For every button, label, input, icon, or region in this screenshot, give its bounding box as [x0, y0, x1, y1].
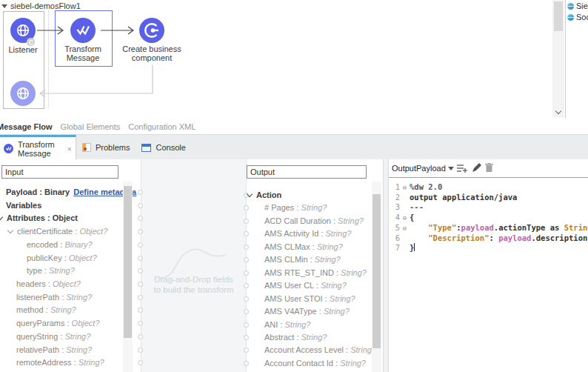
tree-row[interactable]: Variables — [6, 201, 41, 211]
tree-row[interactable]: listenerPath : String? — [16, 293, 92, 303]
chevron-down-icon[interactable] — [247, 191, 253, 197]
tree-row[interactable]: AMS User CL : String? — [264, 281, 347, 291]
mapping-anchor-dot[interactable] — [244, 296, 249, 302]
code-line[interactable]: 5⊖ "Type":payload.actionType as String, — [389, 223, 588, 233]
tree-row[interactable]: ANI : String? — [264, 320, 310, 331]
flow-canvas[interactable]: siebel-demosFlow1 Listener — [0, 0, 552, 119]
tree-row[interactable]: Attributes : Object — [0, 213, 78, 224]
tree-row[interactable]: encoded : Binary? — [27, 240, 93, 250]
chevron-down-icon[interactable] — [0, 214, 3, 220]
tree-row[interactable]: AMS V4AType : String? — [264, 307, 350, 317]
mapping-anchor-dot[interactable] — [244, 257, 249, 262]
mapping-anchor-dot[interactable] — [244, 245, 249, 250]
palette-item-socket[interactable]: Sock — [567, 13, 588, 21]
code-line[interactable]: 4⊖{ — [389, 213, 588, 223]
code-line[interactable]: 7} — [389, 243, 588, 253]
mapping-anchor-dot[interactable] — [138, 360, 143, 365]
mapping-anchor-dot[interactable] — [244, 322, 249, 328]
mapping-anchor-dot[interactable] — [244, 205, 249, 210]
tree-row[interactable]: type : String? — [27, 266, 75, 276]
input-scrollbar-thumb[interactable] — [124, 186, 132, 338]
mapping-anchor-dot[interactable] — [244, 361, 249, 366]
tab-label: Problems — [96, 143, 130, 152]
payload-tab[interactable]: Payload — [416, 164, 446, 173]
delete-trash-icon[interactable] — [485, 163, 493, 173]
tab-console[interactable]: Console — [136, 135, 191, 160]
scroll-down-icon[interactable] — [555, 108, 561, 114]
tree-row[interactable]: Account Contact Id : String? — [264, 359, 366, 369]
tree-row[interactable]: remoteAddress : String? — [16, 358, 104, 368]
mapping-anchor-dot[interactable] — [244, 283, 249, 288]
tree-row[interactable]: queryString : String? — [16, 332, 90, 342]
mapping-anchor-dot[interactable] — [138, 308, 143, 313]
node-create-business-component[interactable] — [139, 18, 164, 43]
output-tab[interactable]: Output — [392, 164, 416, 173]
output-scrollbar-thumb[interactable] — [372, 194, 381, 348]
fold-collapse-icon[interactable]: ⊖ — [400, 183, 410, 193]
chevron-down-icon[interactable] — [448, 167, 454, 170]
mapping-anchor-dot[interactable] — [138, 216, 143, 221]
tab-transform-message[interactable]: Transform Message × — [0, 135, 76, 160]
mapping-anchor-dot[interactable] — [244, 231, 249, 236]
mapping-anchor-dot[interactable] — [138, 321, 143, 326]
tree-row[interactable]: AMS User STOI : String? — [264, 294, 355, 305]
tree-row[interactable]: queryParams : Object? — [16, 319, 100, 329]
mapping-anchor-dot[interactable] — [244, 270, 249, 276]
mapping-anchor-dot[interactable] — [138, 203, 143, 208]
palette-item-siebel[interactable]: Sieb — [567, 1, 588, 10]
panel-sash[interactable] — [383, 159, 389, 372]
mapping-anchor-dot[interactable] — [244, 335, 249, 340]
tree-row[interactable]: method : String? — [16, 305, 76, 316]
tree-row[interactable]: AMS CLMin : String? — [264, 255, 341, 265]
code-line[interactable]: 1⊖%dw 2.0 — [389, 182, 588, 193]
tree-row[interactable]: # Pages : String? — [264, 203, 327, 213]
edit-pencil-icon[interactable] — [472, 163, 481, 173]
mapping-anchor-dot[interactable] — [138, 242, 143, 248]
mapping-anchor-dot[interactable] — [138, 229, 143, 234]
mapping-anchor-dot[interactable] — [138, 295, 143, 300]
tab-problems[interactable]: Problems — [76, 135, 136, 160]
mapping-anchor-dot[interactable] — [138, 348, 143, 353]
close-icon[interactable]: × — [67, 145, 72, 153]
tree-row[interactable]: publicKey : Object? — [27, 253, 97, 264]
tab-message-flow[interactable]: Message Flow — [0, 122, 53, 131]
mapping-anchor-dot[interactable] — [138, 256, 143, 261]
mapping-anchor-dot[interactable] — [244, 348, 249, 353]
tree-row[interactable]: clientCertificate : Object? — [8, 227, 107, 237]
dataweave-code-area[interactable]: 1⊖%dw 2.02output application/java3---4⊖{… — [389, 178, 588, 372]
tab-configuration-xml[interactable]: Configuration XML — [128, 122, 196, 131]
tree-row[interactable]: Action — [247, 190, 281, 201]
canvas-scrollbar[interactable] — [552, 0, 564, 117]
node-transform-message[interactable] — [70, 18, 96, 43]
node-listener-response[interactable] — [10, 81, 36, 106]
mapping-anchor-dot[interactable] — [138, 334, 143, 339]
output-tree-scrollbar[interactable] — [372, 182, 381, 372]
code-line[interactable]: 2output application/java — [389, 193, 588, 202]
tree-row[interactable]: AMS CLMax : String? — [264, 242, 343, 253]
fold-collapse-icon[interactable]: ⊖ — [400, 213, 410, 223]
tree-row[interactable]: ACD Call Duration : String? — [264, 216, 364, 227]
code-line[interactable]: 3--- — [389, 202, 588, 212]
mapping-anchor-dot[interactable] — [138, 282, 143, 287]
tab-global-elements[interactable]: Global Elements — [61, 122, 121, 131]
mapping-anchor-dot[interactable] — [244, 219, 249, 224]
tree-row[interactable]: headers : Object? — [16, 279, 81, 290]
mapping-anchor-dot[interactable] — [138, 268, 143, 273]
tree-row[interactable]: relativePath : String? — [16, 345, 92, 356]
canvas-scrollbar-thumb[interactable] — [554, 1, 563, 31]
tree-row[interactable]: AMS Activity Id : String? — [264, 229, 351, 239]
field-type: String? — [317, 242, 343, 251]
mapping-anchor-dot[interactable] — [244, 309, 249, 314]
code-line[interactable]: 6 "Description": payload.description as … — [389, 233, 588, 243]
add-transformation-icon[interactable] — [457, 164, 467, 173]
chevron-down-icon[interactable] — [7, 227, 13, 233]
input-search-field[interactable] — [1, 165, 118, 179]
input-tree-scrollbar[interactable] — [123, 182, 133, 372]
fold-collapse-icon[interactable]: ⊖ — [400, 224, 410, 233]
tree-row[interactable]: Payload : BinaryDefine metadata — [6, 187, 136, 198]
output-search-field[interactable] — [247, 165, 367, 179]
tree-row[interactable]: AMS RTE_ST_IND : String? — [264, 268, 367, 279]
tree-row[interactable]: Abstract : String? — [264, 333, 327, 343]
tree-row[interactable]: Account Access Level : String? — [264, 345, 376, 356]
mapping-anchor-dot[interactable] — [138, 190, 143, 195]
